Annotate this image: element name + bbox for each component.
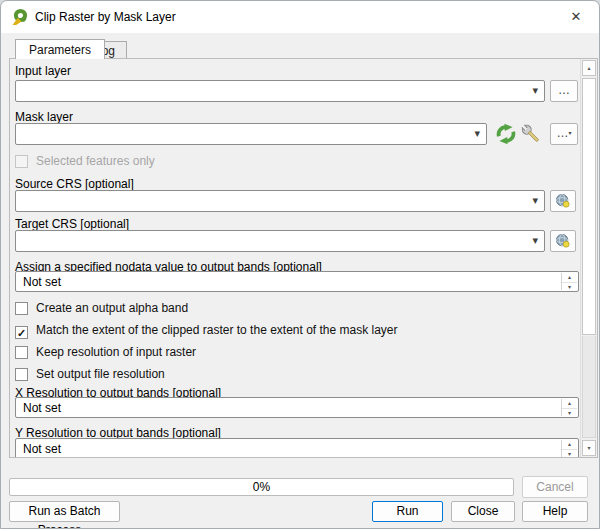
spin-up-icon[interactable]: ▴ xyxy=(562,273,577,281)
spin-buttons: ▴ ▾ xyxy=(561,399,577,416)
source-crs-label: Source CRS [optional] xyxy=(15,177,134,191)
keep-resolution-checkbox[interactable] xyxy=(15,346,28,359)
parameters-viewport: Input layer ▾ … Mask layer ▾ xyxy=(10,59,580,457)
spin-down-icon[interactable]: ▾ xyxy=(562,282,577,290)
spin-buttons: ▴ ▾ xyxy=(561,440,577,457)
alpha-band-label: Create an output alpha band xyxy=(36,301,188,315)
mask-layer-label: Mask layer xyxy=(15,110,73,124)
tab-parameters[interactable]: Parameters xyxy=(15,39,105,59)
y-resolution-spinbox[interactable]: Not set ▴ ▾ xyxy=(15,438,579,457)
globe-crs-icon xyxy=(555,233,571,249)
alpha-band-checkbox[interactable] xyxy=(15,302,28,315)
selected-features-checkbox xyxy=(15,155,28,168)
match-extent-checkbox[interactable]: ✓ xyxy=(15,326,28,339)
run-button[interactable]: Run xyxy=(372,501,443,522)
menu-arrow-icon: ▾ xyxy=(568,130,571,136)
target-crs-select-button[interactable] xyxy=(550,230,576,252)
progress-bar: 0% xyxy=(9,478,514,496)
y-resolution-value: Not set xyxy=(23,442,61,456)
output-resolution-checkbox[interactable] xyxy=(15,368,28,381)
scroll-down-icon[interactable]: ▾ xyxy=(582,440,596,456)
input-layer-browse-button[interactable]: … xyxy=(550,80,578,102)
mask-layer-browse-button[interactable]: …▾ xyxy=(550,123,578,145)
nodata-spinbox[interactable]: Not set ▴ ▾ xyxy=(15,271,579,292)
cancel-button: Cancel xyxy=(522,476,588,498)
ellipsis-icon: … xyxy=(558,83,570,97)
iterate-over-layer-icon[interactable] xyxy=(495,123,517,145)
check-icon: ✓ xyxy=(17,327,26,339)
source-crs-combobox[interactable]: ▾ xyxy=(15,190,545,212)
spin-down-icon[interactable]: ▾ xyxy=(562,449,577,457)
title-bar: Clip Raster by Mask Layer ✕ xyxy=(1,1,599,33)
spin-up-icon[interactable]: ▴ xyxy=(562,440,577,448)
chevron-down-icon: ▾ xyxy=(532,194,538,207)
scrollbar-track[interactable] xyxy=(582,336,596,438)
globe-crs-icon xyxy=(555,193,571,209)
output-resolution-row: Set output file resolution xyxy=(15,367,165,383)
nodata-value: Not set xyxy=(23,275,61,289)
close-button[interactable]: Close xyxy=(451,501,515,522)
scroll-up-icon[interactable]: ▴ xyxy=(582,60,596,76)
chevron-down-icon: ▾ xyxy=(474,127,480,140)
target-crs-combobox[interactable]: ▾ xyxy=(15,230,545,252)
x-resolution-spinbox[interactable]: Not set ▴ ▾ xyxy=(15,397,579,418)
qgis-logo-icon xyxy=(11,8,29,26)
selected-features-row: Selected features only xyxy=(15,154,155,170)
vertical-scrollbar[interactable]: ▴ ▾ xyxy=(580,59,597,457)
run-as-batch-button[interactable]: Run as Batch Process... xyxy=(9,501,120,522)
ellipsis-icon: … xyxy=(556,126,568,140)
source-crs-select-button[interactable] xyxy=(550,190,576,212)
window-title: Clip Raster by Mask Layer xyxy=(35,10,176,24)
target-crs-label: Target CRS [optional] xyxy=(15,217,129,231)
match-extent-row: ✓Match the extent of the clipped raster … xyxy=(15,323,398,339)
chevron-down-icon: ▾ xyxy=(532,234,538,247)
wrench-icon[interactable] xyxy=(519,122,543,146)
output-resolution-label: Set output file resolution xyxy=(36,367,165,381)
keep-resolution-label: Keep resolution of input raster xyxy=(36,345,196,359)
spin-up-icon[interactable]: ▴ xyxy=(562,399,577,407)
input-layer-label: Input layer xyxy=(15,64,71,78)
clip-raster-dialog: Clip Raster by Mask Layer ✕ Parameters L… xyxy=(0,0,600,529)
match-extent-label: Match the extent of the clipped raster t… xyxy=(36,323,398,337)
scrollbar-thumb[interactable] xyxy=(582,78,596,335)
close-icon[interactable]: ✕ xyxy=(565,7,587,27)
keep-resolution-row: Keep resolution of input raster xyxy=(15,345,196,361)
alpha-band-row: Create an output alpha band xyxy=(15,301,188,317)
mask-layer-combobox[interactable]: ▾ xyxy=(15,123,487,145)
help-button[interactable]: Help xyxy=(522,501,588,522)
input-layer-combobox[interactable]: ▾ xyxy=(15,80,545,102)
parameters-pane: Input layer ▾ … Mask layer ▾ xyxy=(9,58,598,458)
x-resolution-value: Not set xyxy=(23,401,61,415)
selected-features-label: Selected features only xyxy=(36,154,155,168)
spin-buttons: ▴ ▾ xyxy=(561,273,577,290)
chevron-down-icon: ▾ xyxy=(532,84,538,97)
spin-down-icon[interactable]: ▾ xyxy=(562,408,577,416)
